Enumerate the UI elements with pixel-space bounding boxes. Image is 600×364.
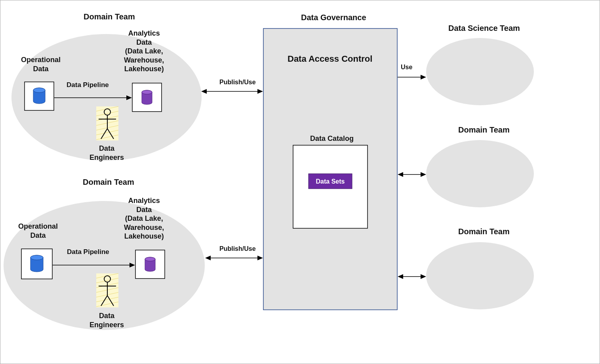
- data-engineers-icon-2: [95, 273, 119, 308]
- database-icon: [142, 90, 152, 104]
- svg-marker-51: [201, 89, 207, 94]
- data-science-team-ellipse: [426, 37, 534, 107]
- svg-marker-62: [398, 274, 403, 279]
- svg-point-25: [30, 255, 43, 260]
- svg-marker-57: [421, 75, 426, 80]
- svg-marker-54: [205, 256, 211, 260]
- data-pipeline-arrow-2: [53, 261, 135, 269]
- svg-point-6: [142, 90, 152, 94]
- publish-use-label-1: Publish/Use: [219, 78, 256, 86]
- database-icon: [33, 88, 45, 104]
- data-sets-box: Data Sets: [309, 174, 352, 189]
- svg-marker-60: [421, 172, 426, 177]
- use-arrow: [398, 73, 426, 81]
- diagram-canvas: Domain Team Operational Data Analytics D…: [0, 0, 600, 364]
- svg-point-47: [426, 38, 534, 105]
- right-domain-team-1-ellipse: [426, 139, 534, 209]
- right-double-arrow-2: [398, 273, 426, 281]
- right-domain-team-1-title: Domain Team: [458, 125, 510, 135]
- right-domain-team-2-title: Domain Team: [458, 227, 510, 236]
- analytics-db-1: [132, 83, 162, 112]
- data-pipeline-arrow-1: [54, 94, 132, 102]
- svg-point-3: [33, 88, 45, 93]
- data-engineers-icon-1: [95, 106, 119, 141]
- data-access-control-label: Data Access Control: [288, 54, 372, 64]
- analytics-db-2: [135, 250, 165, 279]
- svg-marker-8: [126, 95, 132, 100]
- svg-marker-30: [130, 263, 135, 267]
- right-double-arrow-1: [398, 171, 426, 178]
- analytics-data-label-1: Analytics Data (Data Lake, Warehouse, La…: [124, 29, 164, 74]
- svg-marker-59: [398, 172, 403, 177]
- data-engineers-label-2: Data Engineers: [90, 311, 124, 329]
- svg-point-48: [426, 140, 534, 207]
- operational-db-1: [24, 82, 54, 111]
- data-pipeline-label-1: Data Pipeline: [67, 81, 109, 89]
- operational-data-label-1: Operational Data: [21, 55, 61, 73]
- svg-marker-63: [421, 274, 426, 279]
- svg-marker-55: [257, 256, 263, 260]
- right-domain-team-2-ellipse: [426, 241, 534, 311]
- publish-use-arrow-2: [205, 254, 263, 262]
- operational-data-label-2: Operational Data: [18, 222, 58, 240]
- analytics-data-label-2: Analytics Data (Data Lake, Warehouse, La…: [124, 196, 164, 241]
- data-science-team-title: Data Science Team: [448, 24, 520, 33]
- operational-db-2: [21, 248, 53, 279]
- domain-team-1-title: Domain Team: [84, 12, 135, 21]
- use-label: Use: [401, 63, 412, 71]
- database-icon: [145, 257, 155, 271]
- svg-point-49: [426, 242, 534, 309]
- publish-use-arrow-1: [201, 87, 263, 95]
- data-governance-title: Data Governance: [301, 13, 366, 22]
- publish-use-label-2: Publish/Use: [219, 245, 256, 253]
- data-catalog-label: Data Catalog: [310, 134, 354, 143]
- svg-point-28: [145, 257, 155, 261]
- data-sets-text: Data Sets: [316, 178, 345, 185]
- database-icon: [30, 255, 43, 272]
- domain-team-2-title: Domain Team: [83, 178, 134, 187]
- data-pipeline-label-2: Data Pipeline: [67, 248, 109, 256]
- svg-marker-52: [257, 89, 263, 94]
- data-engineers-label-1: Data Engineers: [90, 144, 124, 162]
